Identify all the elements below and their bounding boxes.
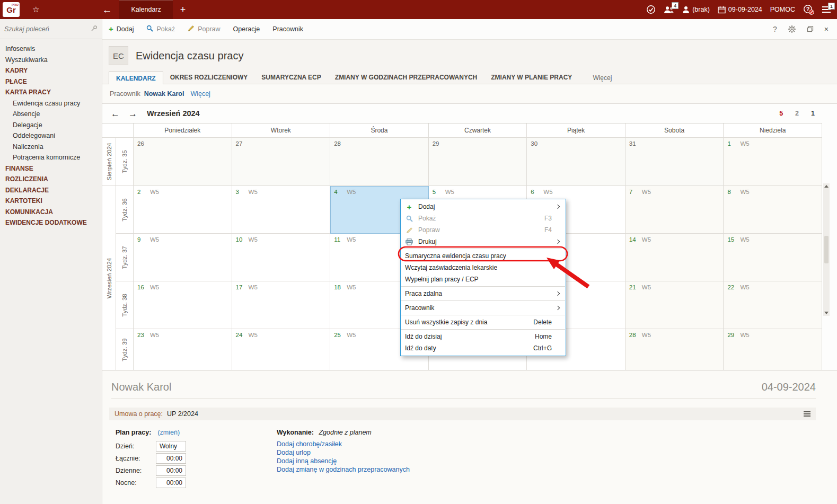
next-month-icon[interactable]: → (128, 109, 137, 118)
menu-item-wczytaj-zaświadczenia-lekarskie[interactable]: Wczytaj zaświadczenia lekarskie (401, 262, 566, 273)
day-cell-29[interactable]: 29W5 (724, 329, 822, 370)
day-cell-24[interactable]: 24W5 (232, 329, 331, 370)
day-cell-28[interactable]: 28W5 (625, 329, 724, 370)
plan-row-value[interactable]: Wolny (156, 441, 186, 452)
menu-item-popraw[interactable]: PoprawF4 (401, 224, 566, 236)
sidebar-item-rozliczenia[interactable]: ROZLICZENIA (0, 174, 102, 185)
day-cell-prev-26[interactable]: 26 (134, 138, 232, 186)
day-cell-3[interactable]: 3W5 (232, 186, 331, 234)
menu-item-drukuj[interactable]: Drukuj (401, 236, 566, 247)
sidebar-item-wyszukiwarka[interactable]: Wyszukiwarka (0, 55, 102, 66)
scrollbar-thumb[interactable] (824, 236, 829, 263)
sidebar-item-deklaracje[interactable]: DEKLARACJE (0, 185, 102, 196)
day-cell-8[interactable]: 8W5 (724, 186, 822, 234)
command-search[interactable] (0, 19, 102, 39)
check-circle-icon[interactable] (646, 5, 656, 14)
restore-window-icon[interactable] (807, 26, 814, 32)
toolbar-button-pokaż[interactable]: Pokaż (146, 25, 175, 33)
day-cell-9[interactable]: 9W5 (134, 234, 232, 281)
close-icon[interactable]: × (824, 25, 829, 33)
sidebar-item-naliczenia[interactable]: Naliczenia (0, 142, 102, 153)
sidebar-item-kartoteki[interactable]: KARTOTEKI (0, 196, 102, 207)
sidebar-item-infoserwis[interactable]: Infoserwis (0, 43, 102, 55)
menu-item-dodaj[interactable]: +Dodaj (401, 201, 566, 213)
menu-item-pracownik[interactable]: Pracownik (401, 302, 566, 314)
help-icon[interactable]: ? (773, 25, 777, 33)
tab-okres-rozliczeniowy[interactable]: OKRES ROZLICZENIOWY (163, 71, 255, 84)
contract-menu-icon[interactable] (804, 411, 810, 417)
day-cell-2[interactable]: 2W5 (134, 186, 232, 234)
users-icon[interactable]: 4 (664, 6, 674, 14)
plan-row-value[interactable]: 00:00 (156, 478, 186, 488)
day-cell-prev-28[interactable]: 28 (330, 138, 429, 186)
day-cell-15[interactable]: 15W5 (724, 234, 822, 281)
menu-item-sumaryczna-ewidencja-czasu-pracy[interactable]: Sumaryczna ewidencja czasu pracy (401, 250, 566, 262)
toolbar-button-popraw[interactable]: Popraw (188, 25, 220, 33)
help-menu[interactable]: POMOC (770, 6, 795, 13)
day-cell-14[interactable]: 14W5 (625, 234, 724, 281)
menu-item-pokaż[interactable]: PokażF3 (401, 213, 566, 224)
tab-kalendarz[interactable]: KALENDARZ (109, 72, 163, 84)
link-dodaj-zmianę-w-godzinach-przepracowanych[interactable]: Dodaj zmianę w godzinach przepracowanych (277, 465, 410, 474)
sidebar-item-płace[interactable]: PŁACE (0, 76, 102, 87)
app-logo[interactable]: Gr PRO (3, 2, 20, 17)
sidebar-item-finanse[interactable]: FINANSE (0, 163, 102, 174)
sidebar-item-ewidencje-dodatkowe[interactable]: EWIDENCJE DODATKOWE (0, 217, 102, 228)
employee-name-link[interactable]: Nowak Karol (144, 90, 184, 98)
tab-sumaryczna-ecp[interactable]: SUMARYCZNA ECP (254, 71, 328, 84)
menu-item-idź-do-dzisiaj[interactable]: Idź do dzisiajHome (401, 331, 566, 342)
sidebar-item-potrącenia-komornicze[interactable]: Potrącenia komornicze (0, 152, 102, 163)
link-dodaj-inną-absencję[interactable]: Dodaj inną absencję (277, 457, 410, 465)
employee-more-link[interactable]: Więcej (190, 90, 210, 98)
pin-icon[interactable] (91, 25, 98, 33)
menu-item-idź-do-daty[interactable]: Idź do datyCtrl+G (401, 342, 566, 354)
menu-item-usuń-wszystkie-zapisy-z-dnia[interactable]: Usuń wszystkie zapisy z dniaDelete (401, 316, 566, 328)
day-cell-22[interactable]: 22W5 (724, 281, 822, 329)
plan-row-value[interactable]: 00:00 (156, 465, 186, 476)
back-arrow-icon[interactable]: ← (102, 5, 112, 15)
menu-item-wypełnij-plan-pracy-ecp[interactable]: Wypełnij plan pracy / ECP (401, 273, 566, 285)
day-cell-23[interactable]: 23W5 (134, 329, 232, 370)
day-cell-prev-29[interactable]: 29 (429, 138, 527, 186)
tab-zmiany-w-planie-pracy[interactable]: ZMIANY W PLANIE PRACY (484, 71, 579, 84)
date-indicator[interactable]: 09-09-2024 (718, 6, 762, 14)
favorites-star-icon[interactable]: ☆ (32, 5, 39, 14)
plan-row-value[interactable]: 00:00 (156, 453, 186, 464)
titlebar-tab-kalendarz[interactable]: Kalendarz (119, 0, 172, 19)
sidebar-item-absencje[interactable]: Absencje (0, 109, 102, 120)
menu-item-praca-zdalna[interactable]: Praca zdalna (401, 288, 566, 299)
day-cell-16[interactable]: 16W5 (134, 281, 232, 329)
day-cell-7[interactable]: 7W5 (625, 186, 724, 234)
day-cell-10[interactable]: 10W5 (232, 234, 331, 281)
sidebar-item-kadry[interactable]: KADRY (0, 65, 102, 76)
sidebar-item-ewidencja-czasu-pracy[interactable]: Ewidencja czasu pracy (0, 98, 102, 109)
day-cell-21[interactable]: 21W5 (625, 281, 724, 329)
hamburger-menu-icon[interactable]: 1 (822, 6, 831, 13)
toolbar-button-operacje[interactable]: Operacje (233, 25, 260, 33)
help-status-icon[interactable]: ? (803, 4, 814, 15)
toolbar-button-pracownik[interactable]: Pracownik (272, 25, 303, 33)
link-dodaj-urlop[interactable]: Dodaj urlop (277, 448, 410, 457)
link-dodaj-chorobę-zasiłek[interactable]: Dodaj chorobę/zasiłek (277, 440, 410, 448)
day-cell-prev-31[interactable]: 31 (625, 138, 724, 186)
toolbar-button-dodaj[interactable]: +Dodaj (109, 25, 134, 33)
day-cell-prev-27[interactable]: 27 (232, 138, 331, 186)
search-input[interactable] (4, 25, 91, 33)
prev-month-icon[interactable]: ← (111, 109, 120, 118)
day-cell-prev-30[interactable]: 30 (527, 138, 625, 186)
scroll-down-icon[interactable] (824, 312, 829, 314)
new-tab-icon[interactable]: + (180, 4, 186, 15)
sidebar-item-oddelegowani[interactable]: Oddelegowani (0, 130, 102, 142)
calendar-scrollbar[interactable] (823, 183, 830, 316)
day-cell-17[interactable]: 17W5 (232, 281, 331, 329)
gear-icon[interactable] (788, 25, 796, 33)
tab-zmiany-w-godzinach-przepracowanych[interactable]: ZMIANY W GODZINACH PRZEPRACOWANYCH (328, 71, 484, 84)
sidebar-item-karta-pracy[interactable]: KARTA PRACY (0, 87, 102, 98)
sidebar-item-komunikacja[interactable]: KOMUNIKACJA (0, 207, 102, 218)
scroll-up-icon[interactable] (824, 185, 829, 188)
tabs-more-link[interactable]: Więcej (593, 74, 612, 82)
account-indicator[interactable]: (brak) (682, 6, 710, 14)
plan-change-link[interactable]: (zmień) (157, 429, 180, 436)
day-cell-1[interactable]: 1W5 (724, 138, 822, 186)
sidebar-item-delegacje[interactable]: Delegacje (0, 120, 102, 131)
